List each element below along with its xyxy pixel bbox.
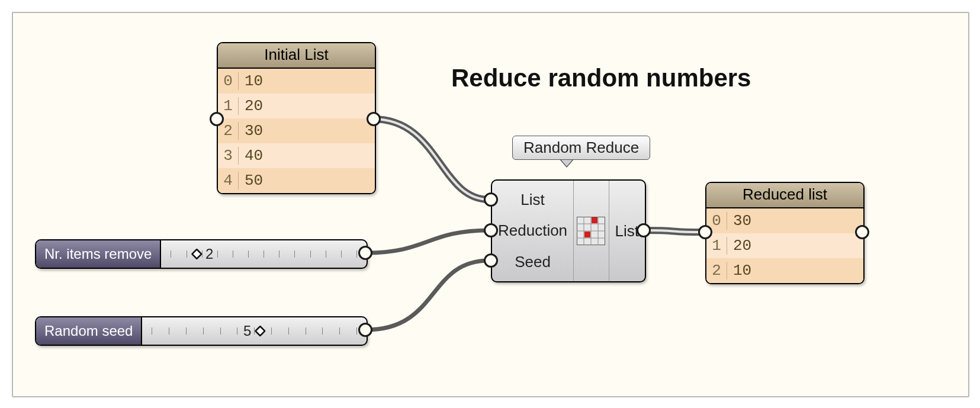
slider-track[interactable]: 2 [161,240,367,268]
list-item: 030 [706,208,863,233]
output-label-list: List [615,222,639,240]
slider-label: Random seed [36,317,142,345]
list-value: 20 [727,237,751,255]
list-index: 3 [218,147,239,165]
list-index: 2 [706,262,727,280]
component-random-reduce[interactable]: List Reduction Seed List [491,179,646,282]
list-item: 340 [218,143,375,168]
component-input-port-list[interactable] [484,192,498,207]
slider-output-port[interactable] [358,246,372,260]
component-icon [574,181,608,281]
panel-reduced-list[interactable]: Reduced list 030 120 210 [705,182,865,284]
list-item: 120 [706,233,863,258]
svg-rect-7 [592,217,597,223]
list-value: 50 [239,172,263,189]
component-input-port-reduction[interactable] [484,223,498,237]
panel-body: 030 120 210 [706,208,863,283]
group-title: Reduce random numbers [451,64,751,92]
list-index: 1 [218,97,239,115]
list-value: 10 [727,262,751,280]
list-value: 10 [239,72,263,90]
slider-value: 2 [205,246,213,262]
input-label-reduction: Reduction [498,221,567,240]
list-item: 230 [218,118,375,143]
input-label-list: List [498,191,567,209]
component-tooltip: Random Reduce [512,136,650,160]
list-index: 4 [218,172,239,189]
panel-output-port[interactable] [367,112,381,126]
list-item: 010 [218,69,375,94]
panel-body: 010 120 230 340 450 [218,69,375,193]
diamond-icon [191,249,202,259]
list-value: 20 [239,97,263,115]
slider-handle[interactable]: 5 [243,323,265,339]
canvas-frame: Reduce random numbers Initial List 010 1… [12,12,969,397]
list-item: 450 [218,168,375,193]
list-item: 120 [218,94,375,118]
panel-input-port[interactable] [210,112,224,126]
diamond-icon [255,326,265,336]
list-index: 0 [218,72,239,90]
list-value: 40 [239,147,263,165]
component-inputs: List Reduction Seed [492,181,574,281]
panel-title: Initial List [218,43,375,69]
list-item: 210 [706,258,863,283]
input-label-seed: Seed [498,253,567,271]
panel-output-port[interactable] [855,225,869,239]
slider-value: 5 [243,323,251,339]
slider-track[interactable]: 5 [142,317,367,345]
panel-input-port[interactable] [698,225,712,239]
panel-initial-list[interactable]: Initial List 010 120 230 340 450 [217,42,376,194]
list-value: 30 [727,212,751,230]
slider-label: Nr. items remove [36,240,161,268]
svg-rect-8 [584,232,590,237]
panel-title: Reduced list [706,183,863,208]
slider-nr-items-remove[interactable]: Nr. items remove 2 [35,239,368,269]
list-value: 30 [239,122,263,140]
component-output-port-list[interactable] [637,223,651,237]
slider-output-port[interactable] [358,323,372,337]
slider-handle[interactable]: 2 [191,246,213,262]
component-input-port-seed[interactable] [484,253,498,268]
list-index: 1 [706,237,727,255]
slider-random-seed[interactable]: Random seed 5 [35,316,368,346]
